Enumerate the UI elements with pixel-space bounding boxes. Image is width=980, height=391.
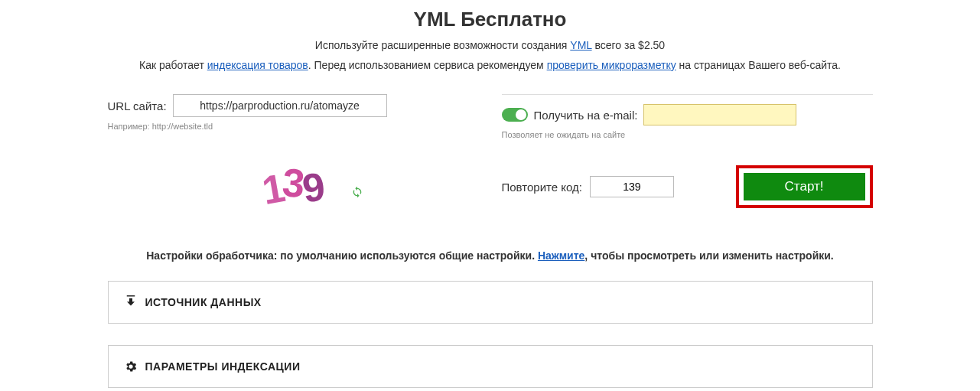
sub2-mid: . Перед использованием сервиса рекоменду… bbox=[308, 59, 547, 71]
sub-line-2: Как работает индексация товаров. Перед и… bbox=[108, 59, 873, 71]
start-highlight-box: Старт! bbox=[736, 165, 873, 208]
email-toggle[interactable] bbox=[502, 108, 528, 122]
panel-title-1: ИСТОЧНИК ДАННЫХ bbox=[145, 296, 262, 308]
download-icon bbox=[124, 295, 138, 309]
settings-note-post: , чтобы просмотреть или изменить настрой… bbox=[584, 249, 833, 262]
gear-icon bbox=[124, 360, 138, 373]
page-title: YML Бесплатно bbox=[108, 8, 873, 31]
captcha-input[interactable] bbox=[590, 176, 674, 197]
panel-title-2: ПАРАМЕТРЫ ИНДЕКСАЦИИ bbox=[145, 360, 301, 373]
sub2-pre: Как работает bbox=[139, 59, 207, 71]
url-label: URL сайта: bbox=[108, 99, 173, 112]
captcha-digit-3: 9 bbox=[300, 163, 328, 211]
email-input[interactable] bbox=[643, 104, 796, 125]
email-hint: Позволяет не ожидать на сайте bbox=[502, 130, 873, 139]
refresh-icon[interactable] bbox=[351, 186, 363, 201]
panel-data-source[interactable]: ИСТОЧНИК ДАННЫХ bbox=[108, 281, 873, 324]
settings-note: Настройки обработчика: по умолчанию испо… bbox=[108, 249, 873, 262]
microdata-link[interactable]: проверить микроразметку bbox=[547, 59, 676, 71]
sub-line-1: Используйте расширенные возможности созд… bbox=[108, 39, 873, 51]
sub2-post: на страницах Вашего веб-сайта. bbox=[676, 59, 841, 71]
sub1-pre: Используйте расширенные возможности созд… bbox=[315, 39, 570, 51]
captcha-image: 1 3 9 bbox=[239, 161, 347, 215]
start-button[interactable]: Старт! bbox=[744, 173, 865, 200]
settings-note-pre: Настройки обработчика: по умолчанию испо… bbox=[146, 249, 538, 262]
panel-index-params[interactable]: ПАРАМЕТРЫ ИНДЕКСАЦИИ bbox=[108, 345, 873, 388]
sub1-post: всего за $2.50 bbox=[592, 39, 666, 51]
url-input[interactable] bbox=[173, 94, 387, 117]
captcha-label: Повторите код: bbox=[502, 181, 582, 194]
settings-link[interactable]: Нажмите bbox=[538, 249, 584, 262]
url-hint: Например: http://website.tld bbox=[108, 122, 479, 131]
yml-link[interactable]: YML bbox=[570, 39, 591, 51]
indexation-link[interactable]: индексация товаров bbox=[207, 59, 308, 71]
email-label: Получить на e-mail: bbox=[534, 109, 638, 122]
